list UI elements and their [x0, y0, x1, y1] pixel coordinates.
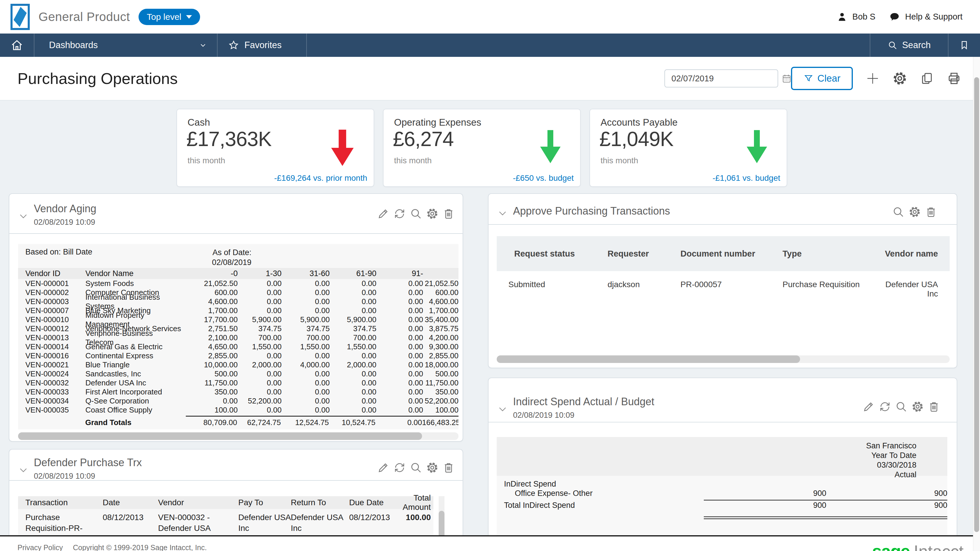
collapse-chevron-icon[interactable] [497, 404, 508, 414]
nav-favorites-label: Favorites [244, 40, 282, 51]
delete-button[interactable] [442, 207, 455, 220]
column-header: Pay To [238, 498, 291, 507]
table-cell: VEN-000007 [18, 306, 86, 315]
kpi-value: £1,049K [600, 127, 673, 151]
kpi-period: this month [394, 156, 432, 165]
pencil-icon [377, 207, 390, 220]
kpi-period: this month [601, 156, 638, 165]
top-header: General Product Top level Bob S Help & S… [0, 0, 980, 33]
table-row: VEN-000032Defender USA Inc11,750.000.000… [18, 378, 458, 387]
widget-vendor-aging: Vendor Aging 02/08/2019 10:09 Based on: … [9, 193, 463, 442]
vendor-name-cell: Defender USA Inc [876, 280, 950, 299]
page-toolbar: Purchasing Operations Clear [0, 57, 980, 100]
calendar-icon[interactable] [781, 73, 792, 84]
table-cell: Continental Express [86, 351, 181, 360]
help-support[interactable]: Help & Support [889, 11, 963, 23]
table-cell: 1,700.00 [423, 306, 458, 315]
page-footer: Privacy Policy Copyright © 1999-2019 Sag… [0, 537, 973, 551]
print-button[interactable] [947, 71, 961, 86]
widget-divider [488, 422, 957, 422]
table-row: VEN-000033First Alert Incorporated350.00… [18, 387, 458, 397]
column-header: Transaction [18, 498, 103, 507]
add-widget-button[interactable] [865, 71, 880, 86]
table-cell: VEN-000024 [18, 369, 86, 378]
column-header: Vendor Name [86, 269, 181, 278]
table-cell: 0.00 [282, 306, 329, 315]
widget-actions [377, 207, 455, 220]
nav-dashboards[interactable]: Dashboards [34, 33, 218, 57]
scrollbar-thumb[interactable] [497, 356, 800, 363]
table-cell: 5,900.00 [329, 315, 376, 324]
edit-button[interactable] [377, 207, 390, 220]
actual-value: 900 [704, 489, 826, 498]
nav-home[interactable] [0, 33, 34, 57]
zoom-button[interactable] [409, 461, 422, 474]
request-status-cell: Submitted [497, 280, 608, 289]
trend-down-arrow-icon [742, 126, 772, 167]
zoom-button[interactable] [409, 207, 422, 220]
home-icon [10, 38, 24, 52]
vendor-aging-rows: VEN-000001System Foods21,052.500.000.000… [18, 279, 458, 414]
refresh-button[interactable] [393, 461, 406, 474]
gear-icon [426, 461, 439, 474]
purchasing-operations-dashboard: General Product Top level Bob S Help & S… [0, 0, 980, 551]
approve-table: Request status Requester Document number… [497, 236, 950, 299]
table-cell: 2,855.00 [423, 351, 458, 360]
table-cell: Sandcastles, Inc [86, 369, 181, 378]
edit-button[interactable] [862, 400, 875, 413]
settings-button[interactable] [426, 461, 439, 474]
table-cell: VEN-000035 [18, 405, 86, 414]
table-cell: 2,751.50 [181, 324, 238, 333]
table-cell: 700.00 [329, 333, 376, 342]
delete-button[interactable] [928, 400, 940, 413]
user-menu[interactable]: Bob S [837, 11, 875, 22]
scrollbar-thumb[interactable] [18, 432, 422, 440]
refresh-button[interactable] [393, 207, 406, 220]
scrollbar-thumb[interactable] [974, 77, 979, 532]
clear-filter-button[interactable]: Clear [791, 67, 853, 90]
delete-button[interactable] [442, 461, 455, 474]
settings-button[interactable] [908, 205, 921, 218]
copy-dashboard-button[interactable] [920, 71, 934, 86]
kpi-delta: -£650 vs. budget [513, 173, 574, 183]
table-cell: VEN-000003 [18, 297, 86, 306]
zoom-button[interactable] [892, 205, 905, 218]
entity-selector-button[interactable]: Top level [138, 9, 200, 25]
table-cell: VEN-000033 [18, 387, 86, 397]
page-vertical-scrollbar [973, 57, 980, 551]
collapse-chevron-icon[interactable] [497, 208, 508, 218]
table-cell: 0.00 [238, 369, 282, 378]
plus-icon [865, 71, 880, 86]
approve-transaction-row[interactable]: Submitted djackson PR-000057 Purchase Re… [497, 271, 950, 299]
table-cell: 21,052.50 [423, 279, 458, 288]
table-row: VEN-000014General Gas & Electric4,650.00… [18, 342, 458, 351]
defender-transaction-row[interactable]: Purchase Requisition-PR- 08/12/2013 VEN-… [18, 509, 433, 534]
nav-search[interactable]: Search [870, 33, 948, 57]
date-filter-input[interactable] [665, 74, 781, 83]
nav-dashboards-label: Dashboards [49, 40, 98, 51]
approve-header-row: Request status Requester Document number… [497, 236, 950, 271]
collapse-chevron-icon[interactable] [18, 211, 29, 221]
collapse-chevron-icon[interactable] [18, 465, 29, 475]
edit-button[interactable] [377, 461, 390, 474]
grand-total-cell: 10,524.75 [329, 418, 375, 427]
table-cell: 0.00 [282, 351, 329, 360]
settings-button[interactable] [426, 207, 439, 220]
column-header: -0 [181, 269, 238, 278]
table-cell: 0.00 [238, 288, 282, 297]
zoom-button[interactable] [895, 400, 908, 413]
toolbar-controls: Clear [664, 67, 961, 90]
nav-favorites[interactable]: Favorites [218, 33, 307, 57]
dashboard-settings-button[interactable] [892, 71, 907, 86]
settings-button[interactable] [911, 400, 924, 413]
nav-bookmark[interactable] [948, 33, 980, 57]
table-cell: VEN-000032 [18, 378, 86, 387]
table-cell: 0.00 [181, 397, 238, 405]
trash-icon [928, 400, 940, 413]
return-to-cell: Defender USA Inc [291, 512, 349, 534]
table-cell: 5,900.00 [282, 315, 329, 324]
refresh-button[interactable] [878, 400, 891, 413]
table-cell: 0.00 [329, 297, 376, 306]
privacy-policy-link[interactable]: Privacy Policy [18, 543, 63, 551]
delete-button[interactable] [924, 205, 937, 218]
